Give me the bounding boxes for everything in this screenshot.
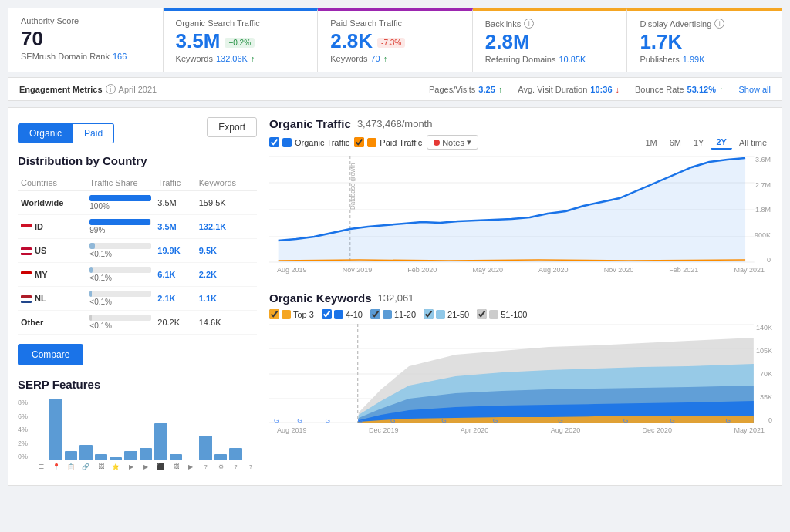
pages-visits-value: 3.25 [478, 85, 495, 94]
4-10-checkbox[interactable] [322, 309, 332, 319]
chart-x-labels: Aug 2019 Nov 2019 Feb 2020 May 2020 Aug … [269, 266, 772, 274]
pages-visits-label: Pages/Visits [429, 85, 475, 94]
semrush-rank-label: SEMrush Domain Rank [21, 52, 110, 61]
export-button[interactable]: Export [207, 117, 257, 137]
referring-domains-value[interactable]: 10.85K [559, 55, 586, 64]
svg-text:G: G [441, 418, 447, 424]
right-panel: Organic Traffic 3,473,468/month Organic … [269, 117, 772, 476]
organic-keywords-value[interactable]: 132.06K [216, 54, 248, 63]
svg-text:G: G [623, 418, 629, 424]
serp-bar [245, 460, 257, 460]
time-6m[interactable]: 6M [664, 136, 687, 150]
serp-feature-icon: ⭐ [110, 463, 122, 476]
left-panel: Export Organic Paid Distribution by Coun… [18, 117, 257, 476]
serp-feature-icon: 🖼 [95, 463, 107, 476]
serp-bar [110, 457, 122, 460]
tab-group: Organic Paid [18, 123, 207, 143]
21-50-box [436, 310, 445, 319]
kw-y-labels: 140K 105K 70K 35K 0 [756, 324, 772, 424]
distribution-row: US <0.1% 19.9K 9.5K [18, 239, 257, 263]
distribution-table: Countries Traffic Share Traffic Keywords… [18, 175, 257, 335]
time-2y[interactable]: 2Y [711, 136, 731, 150]
backlinks-block: Backlinks i 2.8M Referring Domains 10.85… [473, 8, 628, 72]
paid-legend-item[interactable]: Paid Traffic [354, 137, 422, 147]
paid-search-block: Paid Search Traffic 2.8K -7.3% Keywords … [318, 8, 473, 72]
time-all[interactable]: All time [734, 136, 772, 150]
time-controls: 1M 6M 1Y 2Y All time [640, 136, 772, 150]
21-50-checkbox[interactable] [424, 309, 434, 319]
svg-text:G: G [297, 418, 302, 424]
organic-keywords-label: Keywords [176, 54, 213, 63]
51-100-checkbox[interactable] [477, 309, 487, 319]
traffic-cell: 3.5M [154, 215, 195, 239]
traffic-cell: 19.9K [154, 239, 195, 263]
time-1m[interactable]: 1M [640, 136, 662, 150]
kw-chart-svg: G G G G G G G G G G G [269, 324, 772, 424]
show-all-link[interactable]: Show all [738, 85, 771, 94]
publishers-value[interactable]: 1.99K [683, 55, 705, 64]
svg-text:G: G [358, 418, 363, 424]
bounce-rate-label: Bounce Rate [635, 85, 684, 94]
publishers-label: Publishers [640, 55, 679, 64]
organic-traffic-svg: Database growth [269, 156, 772, 264]
bar-fill [89, 267, 93, 273]
referring-domains-label: Referring Domains [485, 55, 556, 64]
chart-header: Organic Traffic 3,473,468/month [269, 117, 772, 130]
display-sub: Publishers 1.99K [640, 55, 769, 64]
bar-cell: <0.1% [86, 239, 154, 263]
serp-bar [124, 451, 137, 460]
organic-traffic-subtitle: 3,473,468/month [357, 118, 433, 130]
bar-cell: 99% [86, 215, 154, 239]
bar-cell: <0.1% [86, 263, 154, 287]
engagement-info-icon[interactable]: i [106, 84, 116, 94]
kw-legend-top3[interactable]: Top 3 [269, 309, 314, 319]
keywords-cell: 2.2K [196, 263, 257, 287]
country-cell: Worldwide [18, 191, 86, 215]
organic-keywords-arrow: ↑ [251, 54, 255, 63]
display-info-icon[interactable]: i [714, 19, 724, 29]
organic-search-sub: Keywords 132.06K ↑ [176, 54, 306, 63]
kw-legend-4-10[interactable]: 4-10 [322, 309, 363, 319]
svg-text:G: G [670, 418, 675, 424]
svg-text:G: G [390, 418, 396, 424]
compare-button[interactable]: Compare [18, 344, 83, 365]
kw-legend-21-50[interactable]: 21-50 [424, 309, 469, 319]
11-20-checkbox[interactable] [370, 309, 380, 319]
serp-bar [214, 454, 227, 460]
authority-value: 70 [21, 29, 150, 49]
top3-checkbox[interactable] [269, 309, 279, 319]
paid-tab[interactable]: Paid [73, 123, 114, 143]
engagement-label: Engagement Metrics i April 2021 [19, 84, 157, 94]
serp-feature-icon: ? [199, 463, 211, 476]
time-1y[interactable]: 1Y [688, 136, 709, 150]
organic-tab[interactable]: Organic [18, 123, 73, 143]
paid-legend-box [367, 138, 376, 147]
organic-traffic-title: Organic Traffic [269, 117, 351, 130]
paid-keywords-value[interactable]: 70 [370, 54, 380, 63]
main-content: Export Organic Paid Distribution by Coun… [8, 107, 782, 486]
serp-feature-icon: 🖼 [170, 463, 182, 476]
serp-bar [154, 423, 167, 460]
authority-label: Authority Score [21, 16, 150, 25]
bar-fill [89, 195, 151, 201]
organic-legend-item[interactable]: Organic Traffic [269, 137, 349, 147]
serp-features-section: SERP Features 8% 6% 4% 2% 0% ☰📍📋🔗🖼⭐▶ [18, 378, 257, 476]
serp-title: SERP Features [18, 378, 257, 391]
backlinks-info-icon[interactable]: i [524, 19, 534, 29]
paid-search-label: Paid Search Traffic [330, 19, 460, 28]
serp-feature-icon: ☰ [35, 463, 47, 476]
distribution-row: Other <0.1% 20.2K 14.6K [18, 311, 257, 335]
semrush-rank-value[interactable]: 166 [113, 52, 127, 61]
avg-visit-item: Avg. Visit Duration 10:36 ↓ [518, 85, 620, 94]
col-traffic: Traffic [154, 175, 195, 191]
distribution-row: NL <0.1% 2.1K 1.1K [18, 287, 257, 311]
serp-feature-icon: ▶ [184, 463, 197, 476]
paid-checkbox[interactable] [354, 137, 364, 147]
organic-checkbox[interactable] [269, 137, 279, 147]
kw-header: Organic Keywords 132,061 [269, 291, 772, 305]
kw-legend-11-20[interactable]: 11-20 [370, 309, 416, 319]
paid-legend-label: Paid Traffic [380, 138, 422, 147]
backlinks-value: 2.8M [485, 32, 615, 52]
kw-legend-51-100[interactable]: 51-100 [477, 309, 527, 319]
notes-button[interactable]: Notes ▾ [427, 135, 478, 150]
